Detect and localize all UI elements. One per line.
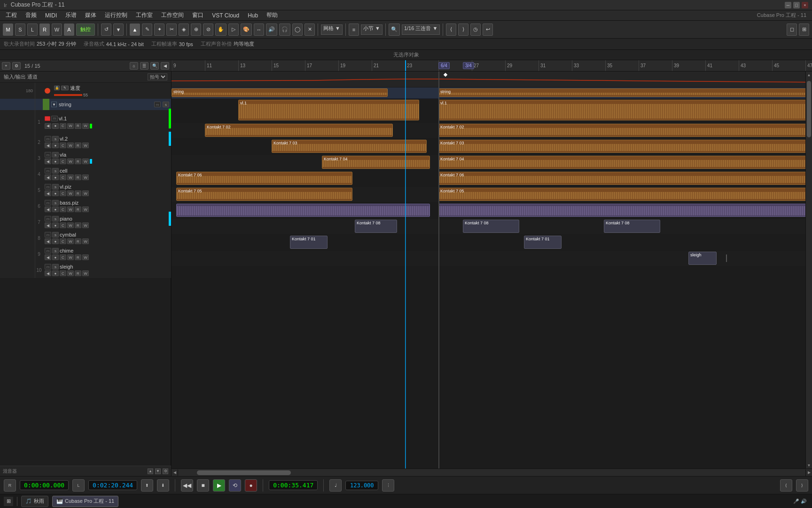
chime-btn3[interactable]: C: [60, 254, 66, 260]
btn-right2[interactable]: ⊞: [799, 24, 809, 36]
cymbal-mute-btn[interactable]: m: [45, 232, 51, 238]
vl2-clip-2[interactable]: Kontakt 7 02: [438, 124, 812, 137]
cymbal-btn1[interactable]: ◀: [45, 238, 51, 244]
menu-vst-cloud[interactable]: VST Cloud: [208, 11, 243, 20]
cymbal-btn6[interactable]: W: [82, 238, 89, 244]
vla-btn2[interactable]: ●: [52, 159, 59, 164]
vla-s-btn[interactable]: s: [52, 152, 59, 158]
tool-glue[interactable]: ◈: [179, 24, 189, 36]
sleigh-clip-1[interactable]: sleigh: [688, 252, 717, 265]
btn-q2[interactable]: ⟩: [458, 24, 468, 36]
piano-btn1[interactable]: ◀: [45, 222, 51, 228]
vla-btn6[interactable]: W: [82, 159, 89, 164]
menu-help[interactable]: 帮助: [263, 10, 281, 20]
vlpiz-btn3[interactable]: C: [60, 190, 66, 196]
track-options-btn[interactable]: ⚙: [12, 62, 21, 70]
menu-workspace[interactable]: 工作空间: [157, 10, 187, 20]
menu-score[interactable]: 乐谱: [62, 10, 80, 20]
piano-btn4[interactable]: W: [67, 222, 74, 228]
piano-clip-2[interactable]: [438, 204, 812, 217]
tool-draw[interactable]: ✎: [142, 24, 152, 36]
tool-more[interactable]: ↔: [254, 24, 264, 36]
sig-marker-34[interactable]: 3/4: [463, 62, 474, 69]
vl2-btn1[interactable]: ◀: [45, 143, 51, 148]
rewind-btn[interactable]: ◀◀: [181, 479, 193, 492]
vla-btn5[interactable]: R: [75, 159, 81, 164]
cell-mute-btn[interactable]: m: [45, 168, 51, 174]
btn-s[interactable]: S: [15, 24, 25, 36]
menu-studio[interactable]: 工作室: [132, 10, 156, 20]
h-scrollbar[interactable]: ◀ ▶: [172, 468, 812, 476]
mixer-up-btn[interactable]: ▲: [148, 468, 153, 474]
piano-mute-btn[interactable]: m: [45, 216, 51, 222]
chime-btn5[interactable]: R: [75, 254, 81, 260]
vl2-btn5[interactable]: R: [75, 143, 81, 148]
btn-m[interactable]: M: [3, 24, 13, 36]
taskbar-item-music[interactable]: 🎵 秋雨: [21, 496, 48, 507]
cell-clip-2[interactable]: Kontakt 7 04: [438, 156, 812, 169]
basspiz-btn6[interactable]: W: [82, 206, 89, 212]
basspiz-clip-2[interactable]: Kontakt 7 05: [438, 188, 812, 201]
menu-window[interactable]: 窗口: [188, 10, 207, 20]
chime-clip-2[interactable]: Kontakt 7 01: [524, 236, 562, 249]
vlpiz-btn6[interactable]: W: [82, 190, 89, 196]
vl2-btn4[interactable]: W: [67, 143, 74, 148]
close-btn[interactable]: ×: [802, 2, 808, 8]
string-solo-btn[interactable]: s: [163, 102, 169, 107]
vla-btn3[interactable]: C: [60, 159, 66, 164]
chime-s-btn[interactable]: s: [52, 248, 59, 254]
h-scroll-left-btn[interactable]: ◀: [172, 469, 178, 476]
vl2-clip-1[interactable]: Kontakt 7 02: [205, 124, 393, 137]
h-scroll-thumb[interactable]: [197, 470, 291, 475]
add-track-btn[interactable]: +: [2, 62, 10, 70]
track-search-btn[interactable]: 🔍: [150, 62, 159, 70]
tempo-lock-btn[interactable]: 🔓: [54, 86, 60, 90]
tool-select[interactable]: ▲: [130, 24, 140, 36]
chime-mute-btn[interactable]: m: [45, 248, 51, 254]
cell-btn3[interactable]: C: [60, 175, 66, 180]
vl1-btn2[interactable]: ●: [52, 123, 59, 129]
vlpiz-s-btn[interactable]: s: [52, 184, 59, 190]
transport-right2[interactable]: ⟩: [796, 479, 808, 492]
vl1-clip-2[interactable]: vl.1: [438, 100, 812, 120]
sig-marker-64[interactable]: 6/4: [438, 62, 450, 69]
vla-clip-2[interactable]: Kontakt 7 03: [438, 140, 812, 153]
basspiz-btn2[interactable]: ●: [52, 206, 59, 212]
btn-w[interactable]: W: [52, 24, 62, 36]
btn-loop[interactable]: ↺: [101, 24, 111, 36]
chime-clip-1[interactable]: Kontakt 7 01: [290, 236, 328, 249]
cymbal-btn5[interactable]: R: [75, 238, 81, 244]
v-scrollbar[interactable]: ▲ ▼: [805, 71, 812, 468]
string-expand-btn[interactable]: ▼: [51, 102, 57, 107]
vl1-mute-btn[interactable]: m: [51, 116, 58, 121]
vl2-s-btn[interactable]: s: [52, 136, 59, 142]
vl1-btn5[interactable]: R: [75, 123, 81, 129]
chime-btn2[interactable]: ●: [52, 254, 59, 260]
string-clip-2[interactable]: string: [438, 88, 812, 97]
tool-extra[interactable]: ◯: [292, 24, 303, 36]
sleigh-btn4[interactable]: W: [67, 270, 74, 276]
vl1-btn6[interactable]: W: [82, 123, 89, 129]
btn-r[interactable]: R: [39, 24, 50, 36]
v-scroll-thumb[interactable]: [807, 81, 811, 137]
vl2-btn2[interactable]: ●: [52, 143, 59, 148]
menu-hub[interactable]: Hub: [244, 11, 262, 20]
menu-midi[interactable]: MIDI: [41, 11, 61, 20]
vla-clip-1[interactable]: Kontakt 7 03: [272, 140, 427, 153]
btn-drop[interactable]: ▼: [113, 24, 124, 36]
sleigh-btn6[interactable]: W: [82, 270, 89, 276]
cymbal-clip-3[interactable]: Kontakt 7 08: [604, 220, 660, 233]
tempo-options-btn[interactable]: ⋮: [382, 479, 394, 492]
metronome-btn[interactable]: ♩: [329, 479, 342, 492]
piano-btn2[interactable]: ●: [52, 222, 59, 228]
cymbal-btn2[interactable]: ●: [52, 238, 59, 244]
chime-btn1[interactable]: ◀: [45, 254, 51, 260]
cell-btn6[interactable]: W: [82, 175, 89, 180]
sleigh-btn3[interactable]: C: [60, 270, 66, 276]
piano-btn5[interactable]: R: [75, 222, 81, 228]
quantize-dropdown[interactable]: 1/16 三连音 ▼: [402, 24, 440, 35]
sleigh-mute-btn[interactable]: m: [45, 264, 51, 270]
vl1-btn4[interactable]: W: [67, 123, 74, 129]
play-btn[interactable]: ▶: [213, 479, 225, 492]
taskbar-item-cubase[interactable]: 🎹 Cubase Pro 工程 - 11: [52, 496, 118, 507]
